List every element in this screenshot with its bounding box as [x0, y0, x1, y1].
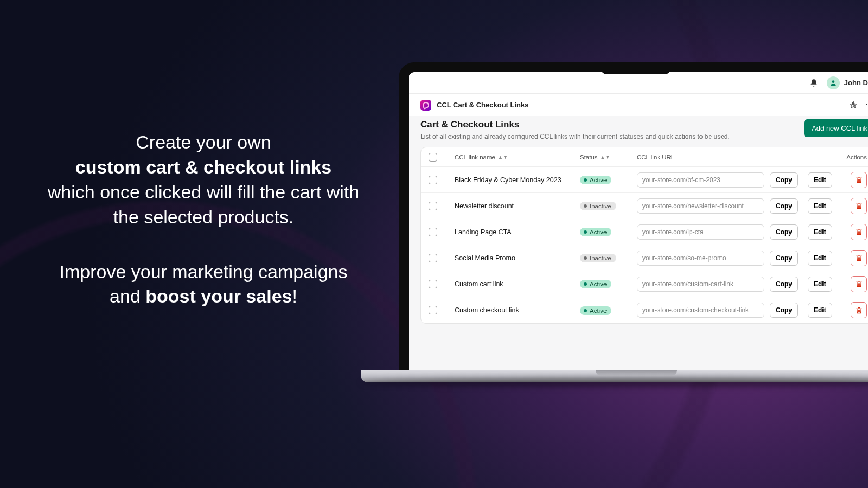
- table-row: Custom cart linkActiveCopyEdit: [421, 271, 868, 297]
- status-badge: Inactive: [580, 202, 616, 210]
- edit-button[interactable]: Edit: [808, 303, 832, 318]
- link-name: Custom cart link: [455, 280, 575, 288]
- delete-button[interactable]: [851, 302, 867, 318]
- svg-point-0: [832, 80, 834, 83]
- marketing-copy: Create your own custom cart & checkout l…: [46, 130, 361, 309]
- copy-button[interactable]: Copy: [770, 172, 798, 188]
- edit-button[interactable]: Edit: [808, 198, 832, 214]
- edit-button[interactable]: Edit: [808, 251, 832, 266]
- column-header-url: CCL link URL: [637, 154, 764, 160]
- link-name: Landing Page CTA: [455, 228, 575, 236]
- row-checkbox[interactable]: [429, 228, 437, 236]
- delete-button[interactable]: [851, 224, 867, 240]
- sort-icon: ▲▼: [601, 155, 610, 160]
- ccl-links-table: CCL link name ▲▼ Status ▲▼ CCL link URL …: [420, 147, 868, 324]
- link-name: Black Friday & Cyber Monday 2023: [455, 176, 575, 184]
- app-logo-icon: [420, 100, 431, 111]
- status-badge: Active: [580, 176, 611, 184]
- add-new-ccl-link-button[interactable]: Add new CCL link: [804, 119, 868, 137]
- table-row: Social Media PromoInactiveCopyEdit: [421, 245, 868, 271]
- status-badge: Active: [580, 228, 611, 236]
- delete-button[interactable]: [851, 276, 867, 292]
- row-checkbox[interactable]: [429, 202, 437, 210]
- status-badge: Active: [580, 280, 611, 288]
- edit-button[interactable]: Edit: [808, 277, 832, 292]
- status-badge: Active: [580, 306, 611, 315]
- app-title: CCL Cart & Checkout Links: [437, 101, 529, 109]
- edit-button[interactable]: Edit: [808, 224, 832, 240]
- table-row: Black Friday & Cyber Monday 2023ActiveCo…: [421, 167, 868, 193]
- copy-button[interactable]: Copy: [770, 277, 798, 292]
- copy-button[interactable]: Copy: [770, 224, 798, 240]
- top-bar: John Doe: [409, 72, 868, 94]
- status-badge: Inactive: [580, 254, 616, 262]
- table-header-row: CCL link name ▲▼ Status ▲▼ CCL link URL …: [421, 147, 868, 167]
- link-url-input[interactable]: [637, 172, 764, 188]
- page-subtitle: List of all existing and already configu…: [420, 133, 730, 140]
- link-url-input[interactable]: [637, 251, 764, 266]
- user-name: John Doe: [844, 79, 868, 87]
- table-row: Custom checkout linkActiveCopyEdit: [421, 297, 868, 323]
- copy-button[interactable]: Copy: [770, 303, 798, 318]
- row-checkbox[interactable]: [429, 254, 437, 262]
- delete-button[interactable]: [851, 250, 867, 266]
- sort-icon: ▲▼: [498, 155, 508, 160]
- column-header-name[interactable]: CCL link name ▲▼: [455, 154, 575, 160]
- marketing-line2-bold: boost your sales: [145, 286, 292, 306]
- link-url-input[interactable]: [637, 198, 764, 214]
- link-url-input[interactable]: [637, 224, 764, 240]
- row-checkbox[interactable]: [429, 280, 437, 288]
- link-name: Newsletter discount: [455, 202, 575, 210]
- select-all-checkbox[interactable]: [429, 153, 437, 162]
- delete-button[interactable]: [851, 172, 867, 188]
- marketing-line1-prefix: Create your own: [136, 132, 271, 152]
- row-checkbox[interactable]: [429, 306, 437, 314]
- more-icon[interactable]: ···: [865, 99, 868, 111]
- user-menu[interactable]: John Doe: [827, 76, 868, 89]
- marketing-line1-bold: custom cart & checkout links: [75, 157, 331, 177]
- copy-button[interactable]: Copy: [770, 198, 798, 214]
- pin-icon[interactable]: [849, 101, 858, 110]
- link-name: Social Media Promo: [455, 254, 575, 262]
- avatar-icon: [827, 76, 840, 89]
- link-url-input[interactable]: [637, 277, 764, 292]
- marketing-line1-suffix: which once clicked will fill the cart wi…: [48, 182, 359, 227]
- column-header-actions: Actions: [770, 154, 867, 160]
- notifications-icon[interactable]: [809, 79, 818, 87]
- link-name: Custom checkout link: [455, 306, 575, 314]
- laptop-mockup: John Doe CCL Cart & Checkout Links ···: [399, 62, 868, 371]
- row-checkbox[interactable]: [429, 176, 437, 184]
- link-url-input[interactable]: [637, 303, 764, 318]
- table-row: Landing Page CTAActiveCopyEdit: [421, 219, 868, 245]
- page-title: Cart & Checkout Links: [420, 119, 730, 130]
- table-row: Newsletter discountInactiveCopyEdit: [421, 193, 868, 219]
- marketing-line2-suffix: !: [292, 286, 297, 306]
- edit-button[interactable]: Edit: [808, 172, 832, 188]
- delete-button[interactable]: [851, 198, 867, 214]
- column-header-status[interactable]: Status ▲▼: [580, 154, 631, 160]
- app-header: CCL Cart & Checkout Links ···: [409, 94, 868, 116]
- copy-button[interactable]: Copy: [770, 251, 798, 266]
